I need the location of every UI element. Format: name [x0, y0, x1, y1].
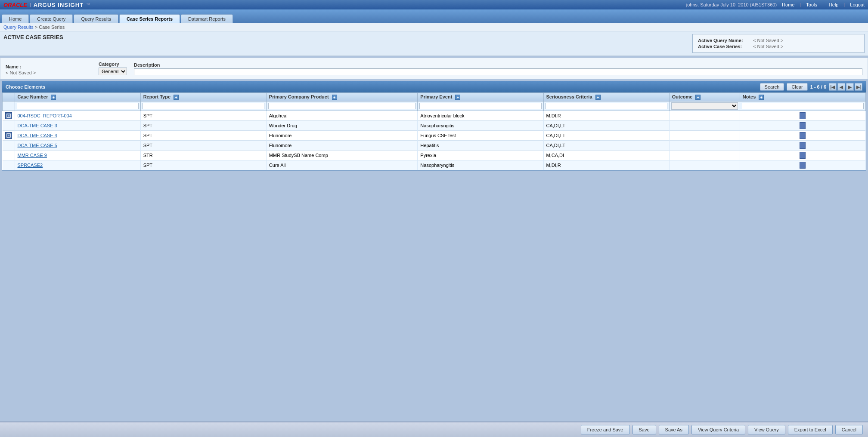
choose-elements-title: Choose Elements: [6, 84, 45, 89]
search-controls: Search Clear 1 - 6 / 6 |◀ ◀ ▶ ▶|: [760, 83, 862, 91]
pagination-info: 1 - 6 / 6: [810, 84, 826, 89]
nav-divider3: |: [843, 2, 845, 7]
cell-primary-event: Fungus CSF test: [418, 131, 543, 141]
filter-report-type-input[interactable]: [143, 103, 264, 109]
cell-seriousness-criteria: M,DI,R: [543, 160, 669, 170]
argus-insight-logo: ARGUS INSIGHT: [34, 2, 84, 8]
top-bar-left: ORACLE | ARGUS INSIGHT ™: [3, 2, 90, 8]
cell-outcome: [669, 131, 740, 141]
filter-primary-company-product-input[interactable]: [268, 103, 416, 109]
filter-primary-event-input[interactable]: [419, 103, 541, 109]
cell-report-type: SPT: [140, 131, 266, 141]
table-row: MMR CASE 9STRMMR StudySB Name CompPyrexi…: [3, 151, 866, 160]
table-scroll-container: Case Number + Report Type + Primary Comp…: [2, 92, 866, 170]
tab-case-series-reports[interactable]: Case Series Reports: [119, 14, 180, 23]
first-page-button[interactable]: |◀: [829, 83, 837, 91]
seriousness-criteria-add-icon[interactable]: +: [595, 95, 601, 100]
choose-elements-header: Choose Elements Search Clear 1 - 6 / 6 |…: [2, 81, 866, 92]
category-label: Category: [99, 62, 127, 67]
user-info: johns, Saturday July 10, 2010 (AI51ST360…: [686, 2, 777, 7]
cell-notes: [740, 160, 865, 170]
cell-outcome: [669, 141, 740, 151]
search-button[interactable]: Search: [760, 83, 784, 91]
clear-button[interactable]: Clear: [787, 83, 807, 91]
case-number-add-icon[interactable]: +: [51, 95, 56, 100]
row-icon-cell: [3, 121, 15, 131]
case-number-link[interactable]: DCA-TME CASE 3: [18, 123, 57, 128]
prev-page-button[interactable]: ◀: [837, 83, 845, 91]
category-select[interactable]: General Private Public: [99, 68, 127, 75]
nav-home-link[interactable]: Home: [782, 2, 794, 7]
case-number-link[interactable]: SPRCASE2: [18, 163, 43, 168]
cell-primary-company-product: Cure All: [266, 160, 418, 170]
notes-icon[interactable]: [800, 142, 806, 149]
primary-event-add-icon[interactable]: +: [455, 95, 460, 100]
filter-icon-cell: [3, 102, 15, 111]
tab-datamart-reports[interactable]: Datamart Reports: [181, 14, 233, 23]
filter-seriousness-criteria-input[interactable]: [546, 103, 667, 109]
nav-logout-link[interactable]: Logout: [850, 2, 865, 7]
row-icon-cell: [3, 131, 15, 141]
notes-icon[interactable]: [800, 162, 806, 169]
nav-tabs: Home Create Query Query Results Case Ser…: [0, 9, 868, 23]
notes-add-icon[interactable]: +: [759, 95, 764, 100]
cell-seriousness-criteria: CA,DI,LT: [543, 141, 669, 151]
cell-case-number: DCA-TME CASE 5: [15, 141, 140, 151]
case-number-link[interactable]: DCA-TME CASE 4: [18, 133, 57, 138]
filter-notes-input[interactable]: [742, 103, 864, 109]
row-icon-cell: [3, 151, 15, 160]
next-page-button[interactable]: ▶: [846, 83, 854, 91]
filter-outcome: [669, 102, 740, 111]
tab-query-results[interactable]: Query Results: [74, 14, 118, 23]
row-action-icon[interactable]: [5, 112, 12, 119]
form-bar: Name : < Not Saved > Category General Pr…: [0, 58, 868, 79]
breadcrumb-query-results[interactable]: Query Results: [3, 25, 34, 30]
report-type-add-icon[interactable]: +: [174, 95, 179, 100]
case-number-link[interactable]: 004-RSDC_REPORT-004: [18, 113, 72, 118]
cell-primary-event: Nasopharyngitis: [418, 160, 543, 170]
logo-divider: |: [30, 2, 31, 7]
col-header-report-type: Report Type +: [140, 93, 266, 102]
col-header-notes: Notes +: [740, 93, 865, 102]
case-number-link[interactable]: MMR CASE 9: [18, 153, 47, 158]
top-bar: ORACLE | ARGUS INSIGHT ™ johns, Saturday…: [0, 0, 868, 9]
primary-company-product-add-icon[interactable]: +: [332, 95, 337, 100]
active-query-name-label: Active Query Name:: [698, 38, 750, 43]
filter-outcome-select[interactable]: [671, 102, 738, 110]
last-page-button[interactable]: ▶|: [855, 83, 862, 91]
row-icon-cell: [3, 141, 15, 151]
row-action-icon[interactable]: [5, 132, 12, 139]
filter-notes: [740, 102, 865, 111]
page-title: ACTIVE CASE SERIES: [3, 34, 63, 40]
nav-help-link[interactable]: Help: [829, 2, 839, 7]
filter-case-number-input[interactable]: [17, 103, 139, 109]
cell-outcome: [669, 151, 740, 160]
cell-case-number: DCA-TME CASE 4: [15, 131, 140, 141]
cell-primary-event: Nasopharyngitis: [418, 121, 543, 131]
pagination-buttons: |◀ ◀ ▶ ▶|: [829, 83, 862, 91]
page-title-bar: ACTIVE CASE SERIES Active Query Name: < …: [0, 31, 868, 56]
notes-icon[interactable]: [800, 132, 806, 139]
cell-report-type: STR: [140, 151, 266, 160]
name-field: Name : < Not Saved >: [6, 64, 92, 75]
tab-home[interactable]: Home: [2, 14, 29, 23]
cell-primary-event: Atrioventricular block: [418, 111, 543, 121]
table-filter-row: [3, 102, 866, 111]
table-row: DCA-TME CASE 4SPTFlunomoreFungus CSF tes…: [3, 131, 866, 141]
notes-icon[interactable]: [800, 152, 806, 159]
tab-create-query[interactable]: Create Query: [30, 14, 73, 23]
name-label: Name :: [6, 64, 92, 69]
notes-icon[interactable]: [800, 122, 806, 129]
case-number-link[interactable]: DCA-TME CASE 5: [18, 143, 57, 148]
cell-outcome: [669, 111, 740, 121]
cell-case-number: MMR CASE 9: [15, 151, 140, 160]
nav-tools-link[interactable]: Tools: [806, 2, 817, 7]
active-query-name-value: < Not Saved >: [753, 38, 783, 43]
cell-seriousness-criteria: M,CA,DI: [543, 151, 669, 160]
active-case-series-label: Active Case Series:: [698, 44, 750, 49]
notes-icon[interactable]: [800, 112, 806, 119]
outcome-add-icon[interactable]: +: [695, 95, 701, 100]
results-tbody: 004-RSDC_REPORT-004SPTAlgohealAtrioventr…: [3, 111, 866, 170]
breadcrumb-separator: >: [35, 25, 39, 30]
description-input[interactable]: [134, 68, 862, 75]
